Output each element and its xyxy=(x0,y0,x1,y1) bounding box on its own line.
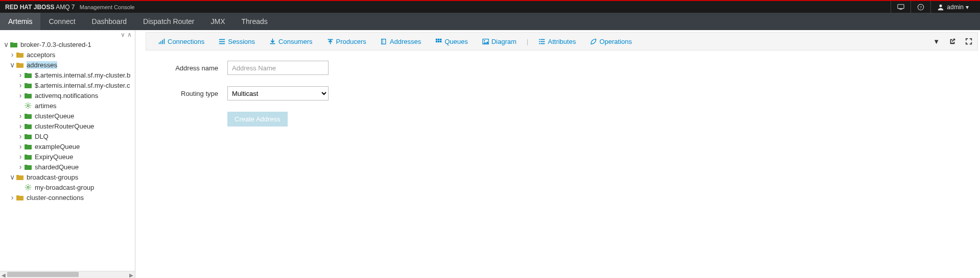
svg-line-21 xyxy=(26,189,27,189)
tree-node-addr-9[interactable]: ›shardedQueue xyxy=(0,162,135,172)
caret-right-icon[interactable]: › xyxy=(9,50,15,59)
fullscreen-icon[interactable] xyxy=(965,38,972,45)
tree-node-addr-0[interactable]: ›$.artemis.internal.sf.my-cluster.b xyxy=(0,70,135,80)
tree-node-addr-7[interactable]: ›exampleQueue xyxy=(0,141,135,151)
caret-right-icon[interactable]: › xyxy=(17,71,24,79)
main-panel: Connections Sessions Consumers Producers… xyxy=(135,30,980,278)
svg-point-5 xyxy=(27,105,29,107)
nav-artemis[interactable]: Artemis xyxy=(0,13,40,30)
tree-label-selected: addresses xyxy=(27,61,57,69)
tree-node-acceptors[interactable]: › acceptors xyxy=(0,49,135,60)
nav-jmx[interactable]: JMX xyxy=(203,13,234,30)
tab-operations[interactable]: Operations xyxy=(583,38,639,45)
tab-queues[interactable]: Queues xyxy=(428,38,475,45)
caret-right-icon[interactable]: › xyxy=(17,81,24,89)
routing-type-select[interactable]: Multicast xyxy=(227,86,329,100)
tab-consumers[interactable]: Consumers xyxy=(262,38,319,45)
caret-down-icon[interactable]: ∨ xyxy=(9,173,15,181)
tree-label: my-broadcast-group xyxy=(35,184,94,191)
tree-label: cluster-connections xyxy=(27,194,84,201)
tab-label: Diagram xyxy=(492,38,517,45)
create-address-form: Address name Routing type Multicast Crea… xyxy=(146,50,980,127)
gear-icon xyxy=(24,184,33,191)
form-row-submit: Create Address xyxy=(146,112,980,127)
tree-label: exampleQueue xyxy=(35,143,80,150)
svg-line-22 xyxy=(30,185,30,186)
caret-down-icon[interactable]: ∨ xyxy=(9,61,15,69)
tree-expand-all[interactable]: ∧ xyxy=(127,31,132,38)
brand-subtitle: Management Console xyxy=(80,4,135,10)
scroll-left-icon[interactable]: ◀ xyxy=(0,271,7,278)
tab-producers[interactable]: Producers xyxy=(320,38,374,45)
tree-label: $.artemis.internal.sf.my-cluster.c xyxy=(35,82,130,89)
sidebar-horizontal-scrollbar[interactable]: ◀ ▶ xyxy=(0,271,135,278)
tree-collapse-all[interactable]: ∨ xyxy=(121,31,125,38)
tab-label: Attributes xyxy=(548,38,576,45)
caret-right-icon[interactable]: › xyxy=(17,153,24,161)
tab-addresses[interactable]: Addresses xyxy=(374,38,428,45)
tree-node-addr-2[interactable]: ›activemq.notifications xyxy=(0,90,135,100)
caret-right-icon[interactable]: › xyxy=(9,193,15,201)
nav-threads[interactable]: Threads xyxy=(234,13,276,30)
brand-bold: RED HAT JBOSS xyxy=(5,4,54,11)
svg-line-19 xyxy=(26,185,27,186)
caret-down-icon[interactable]: ∨ xyxy=(3,40,9,48)
tree-node-addr-1[interactable]: ›$.artemis.internal.sf.my-cluster.c xyxy=(0,80,135,90)
tab-label: Queues xyxy=(445,38,468,45)
caret-right-icon[interactable]: › xyxy=(17,122,24,130)
address-name-input[interactable] xyxy=(227,61,329,75)
folder-icon xyxy=(24,122,33,130)
caret-right-icon[interactable]: › xyxy=(17,132,24,140)
tree-node-broadcast-groups[interactable]: ∨ broadcast-groups xyxy=(0,172,135,182)
caret-right-icon[interactable]: › xyxy=(17,112,24,120)
tree-node-cluster-connections[interactable]: › cluster-connections xyxy=(0,192,135,203)
svg-rect-29 xyxy=(219,43,225,44)
scroll-right-icon[interactable]: ▶ xyxy=(128,271,135,278)
svg-line-11 xyxy=(30,107,30,108)
nav-dashboard[interactable]: Dashboard xyxy=(84,13,135,30)
scrollbar-thumb[interactable] xyxy=(7,272,79,277)
form-row-address-name: Address name xyxy=(146,61,980,75)
tab-sessions[interactable]: Sessions xyxy=(212,38,262,45)
create-address-button[interactable]: Create Address xyxy=(227,112,288,127)
svg-line-10 xyxy=(26,104,27,104)
svg-point-40 xyxy=(484,40,485,41)
tree: ∨ broker-7.0.3-clustered-1 › acceptors ∨… xyxy=(0,39,135,271)
tree-label: shardedQueue xyxy=(35,163,79,171)
tab-diagram[interactable]: Diagram xyxy=(475,38,524,45)
popout-icon[interactable] xyxy=(949,38,956,45)
toolbar-dropdown[interactable]: ▼ xyxy=(933,38,940,45)
tab-label: Addresses xyxy=(390,38,421,45)
nav-connect[interactable]: Connect xyxy=(40,13,83,30)
caret-right-icon[interactable]: › xyxy=(17,142,24,150)
tree-node-broker[interactable]: ∨ broker-7.0.3-clustered-1 xyxy=(0,39,135,49)
tab-attributes[interactable]: Attributes xyxy=(531,38,583,45)
folder-icon xyxy=(24,143,33,150)
tree-node-addr-6[interactable]: ›DLQ xyxy=(0,131,135,141)
svg-rect-24 xyxy=(160,41,161,44)
tree-node-addr-3[interactable]: artimes xyxy=(0,100,135,111)
tree-node-addr-5[interactable]: ›clusterRouterQueue xyxy=(0,121,135,131)
tree-node-addresses[interactable]: ∨ addresses xyxy=(0,60,135,70)
sidebar: ∨ ∧ ∨ broker-7.0.3-clustered-1 › accepto… xyxy=(0,30,135,278)
folder-open-icon xyxy=(15,61,25,68)
download-icon xyxy=(269,38,276,45)
folder-icon xyxy=(15,51,25,58)
upload-icon xyxy=(327,38,334,45)
caret-right-icon[interactable]: › xyxy=(17,163,24,171)
tree-node-addr-8[interactable]: ›ExpiryQueue xyxy=(0,151,135,162)
caret-right-icon[interactable]: › xyxy=(17,91,24,99)
svg-rect-35 xyxy=(440,38,441,40)
help-icon: ? xyxy=(917,4,924,11)
leaf-icon xyxy=(590,38,597,45)
tree-node-my-broadcast[interactable]: my-broadcast-group xyxy=(0,182,135,192)
routing-type-label: Routing type xyxy=(146,90,227,97)
tree-label: DLQ xyxy=(35,133,49,140)
nav-dispatch-router[interactable]: Dispatch Router xyxy=(135,13,202,30)
user-menu[interactable]: admin ▾ xyxy=(930,1,975,13)
help-button[interactable]: ? xyxy=(911,1,930,13)
tab-label: Sessions xyxy=(228,38,255,45)
tree-node-addr-4[interactable]: ›clusterQueue xyxy=(0,111,135,121)
monitor-button[interactable] xyxy=(891,1,911,13)
tab-connections[interactable]: Connections xyxy=(151,38,212,45)
